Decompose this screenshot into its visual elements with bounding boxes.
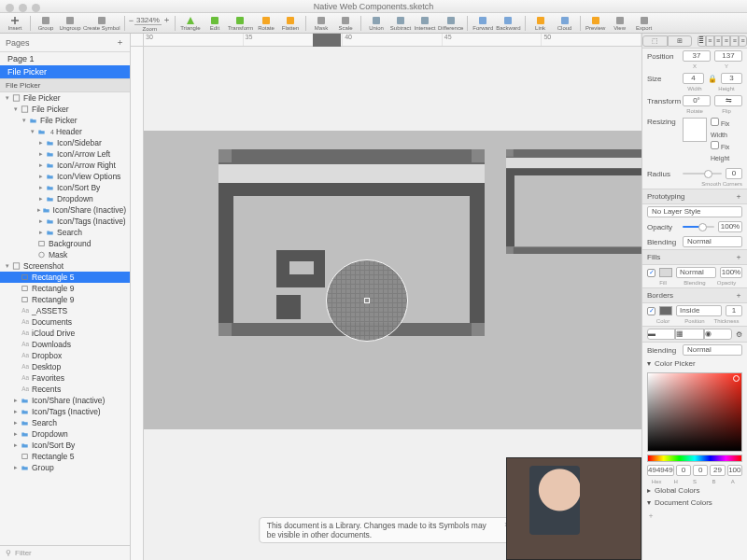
toolbar-create-symbol[interactable]: Create Symbol bbox=[83, 14, 120, 33]
resizing-widget[interactable] bbox=[683, 118, 707, 142]
dropdown-layer-style[interactable]: No Layer Style bbox=[647, 206, 742, 217]
layer-row[interactable]: Rectangle 9 bbox=[0, 283, 130, 294]
layer-row[interactable]: Rectangle 9 bbox=[0, 294, 130, 305]
toolbar-scale[interactable]: Scale bbox=[334, 14, 357, 33]
toolbar-view[interactable]: View bbox=[609, 14, 631, 33]
field-a[interactable]: 100 bbox=[727, 465, 742, 476]
field-radius[interactable]: 0 bbox=[726, 168, 742, 179]
field-x[interactable]: 37 bbox=[683, 50, 711, 62]
dropdown-fill-blend[interactable]: Normal bbox=[676, 267, 716, 278]
slider-opacity[interactable] bbox=[683, 226, 714, 228]
checkbox-fix-height[interactable] bbox=[711, 141, 719, 149]
layer-row[interactable]: ▸Icon/Tags (Inactive) bbox=[0, 406, 130, 417]
artwork-file-picker[interactable] bbox=[218, 149, 485, 336]
disclosure-icon[interactable]: ▸ bbox=[12, 430, 20, 438]
hue-slider[interactable] bbox=[647, 455, 742, 462]
layer-row[interactable]: ▾File Picker bbox=[0, 115, 130, 126]
checkbox-fill[interactable] bbox=[647, 269, 655, 277]
global-colors[interactable]: Global Colors bbox=[655, 486, 699, 495]
layer-row[interactable]: ▸Icon/View Options bbox=[0, 171, 130, 182]
disclosure-icon[interactable]: ▸ bbox=[37, 217, 45, 225]
toolbar-preview[interactable]: Preview bbox=[585, 14, 607, 33]
toolbar-intersect[interactable]: Intersect bbox=[414, 14, 436, 33]
field-opacity[interactable]: 100% bbox=[718, 221, 742, 232]
toolbar-export[interactable]: Export bbox=[633, 14, 655, 33]
section-borders[interactable]: Borders bbox=[647, 291, 673, 300]
toolbar-insert[interactable]: Insert bbox=[4, 14, 26, 33]
layer-row[interactable]: ▾4Header bbox=[0, 126, 130, 137]
border-swatch[interactable] bbox=[659, 306, 672, 315]
layer-row[interactable]: ▸Icon/Arrow Right bbox=[0, 160, 130, 171]
layer-row[interactable]: ▸Icon/Sort By bbox=[0, 182, 130, 193]
document-colors[interactable]: Document Colors bbox=[655, 498, 712, 507]
disclosure-icon[interactable]: ▸ bbox=[12, 397, 20, 404]
page-item[interactable]: File Picker bbox=[0, 65, 130, 78]
layer-row[interactable]: AaRecents bbox=[0, 384, 130, 395]
disclosure-icon[interactable]: ▾ bbox=[29, 128, 36, 135]
layer-row[interactable]: AaDesktop bbox=[0, 361, 130, 372]
filter-bar[interactable]: ⚲ Filter bbox=[0, 545, 130, 560]
color-picker-title[interactable]: Color Picker bbox=[655, 359, 696, 368]
toolbar-backward[interactable]: Backward bbox=[496, 14, 520, 33]
gear-icon[interactable]: ⚙ bbox=[736, 330, 742, 339]
add-icon[interactable]: ＋ bbox=[735, 191, 742, 202]
slider-radius[interactable] bbox=[683, 173, 722, 175]
toolbar-forward[interactable]: Forward bbox=[472, 14, 494, 33]
disclosure-icon[interactable]: ▸ bbox=[37, 173, 45, 180]
disclosure-icon[interactable]: ▾ bbox=[4, 262, 11, 270]
disclosure-icon[interactable]: ▸ bbox=[12, 408, 20, 415]
toolbar-triangle[interactable]: Triangle bbox=[179, 14, 202, 33]
layer-row[interactable]: ▾Screenshot bbox=[0, 260, 130, 272]
layer-row[interactable]: AaiCloud Drive bbox=[0, 328, 130, 339]
layer-row[interactable]: ▸Icon/Share (Inactive) bbox=[0, 395, 130, 406]
layer-row[interactable]: ▸Icon/Tags (Inactive) bbox=[0, 216, 130, 227]
toolbar-group[interactable]: Group bbox=[35, 14, 57, 33]
canvas[interactable]: 3035404550 bbox=[131, 34, 641, 560]
layer-row[interactable]: Rectangle 5 bbox=[0, 272, 130, 283]
field-flip[interactable]: ⇋ bbox=[714, 95, 742, 106]
toolbar-link[interactable]: Link bbox=[529, 14, 552, 33]
layer-row[interactable]: ▸Icon/Sort By bbox=[0, 440, 130, 451]
layer-row[interactable]: AaDocuments bbox=[0, 316, 130, 328]
toolbar-subtract[interactable]: Subtract bbox=[389, 14, 412, 33]
toolbar-difference[interactable]: Difference bbox=[438, 14, 463, 33]
page-item[interactable]: Page 1 bbox=[0, 52, 130, 65]
layer-row[interactable]: ▸Icon/Sidebar bbox=[0, 137, 130, 148]
add-swatch-icon[interactable]: ＋ bbox=[647, 511, 655, 521]
checkbox-border[interactable] bbox=[647, 307, 655, 315]
layer-row[interactable]: ▸Search bbox=[0, 417, 130, 428]
field-height[interactable]: 3 bbox=[721, 73, 742, 84]
dropdown-color-blend[interactable]: Normal bbox=[683, 344, 742, 356]
disclosure-icon[interactable]: ▸ bbox=[37, 139, 45, 147]
section-fills[interactable]: Fills bbox=[647, 253, 660, 261]
layer-row[interactable]: AaDropbox bbox=[0, 350, 130, 361]
disclosure-icon[interactable]: ▸ bbox=[12, 441, 20, 449]
layer-row[interactable]: ▸Icon/Arrow Left bbox=[0, 148, 130, 160]
field-b[interactable]: 29 bbox=[710, 465, 725, 476]
layer-row[interactable]: Mask bbox=[0, 249, 130, 260]
layer-row[interactable]: ▸Search bbox=[0, 227, 130, 238]
zoom-control[interactable]: −3324%＋Zoom bbox=[129, 14, 171, 33]
toolbar-ungroup[interactable]: Ungroup bbox=[59, 14, 81, 33]
toolbar-flatten[interactable]: Flatten bbox=[279, 14, 302, 33]
disclosure-icon[interactable]: ▾ bbox=[4, 94, 11, 102]
toolbar-cloud[interactable]: Cloud bbox=[554, 14, 576, 33]
inspector-tabs[interactable]: ⬚⊞ ≣≡≡≡≡≡ bbox=[642, 34, 747, 49]
toolbar-rotate[interactable]: Rotate bbox=[255, 14, 277, 33]
field-fill-opacity[interactable]: 100% bbox=[720, 267, 742, 278]
layer-row[interactable]: ▸Icon/Share (Inactive) bbox=[0, 204, 130, 216]
layer-row[interactable]: ▾File Picker bbox=[0, 104, 130, 115]
add-icon[interactable]: ＋ bbox=[735, 252, 742, 262]
field-hex[interactable]: 494949 bbox=[647, 465, 674, 476]
dropdown-blending[interactable]: Normal bbox=[683, 236, 742, 247]
field-rotate[interactable]: 0° bbox=[683, 95, 711, 106]
disclosure-icon[interactable]: ▸ bbox=[37, 229, 45, 236]
disclosure-icon[interactable]: ▸ bbox=[12, 464, 20, 471]
layer-row[interactable]: ▸Dropdown bbox=[0, 428, 130, 440]
disclosure-icon[interactable]: ▸ bbox=[37, 150, 45, 158]
add-page-icon[interactable]: ＋ bbox=[116, 36, 124, 49]
field-s[interactable]: 0 bbox=[693, 465, 708, 476]
add-icon[interactable]: ＋ bbox=[735, 290, 742, 301]
window-controls[interactable] bbox=[6, 4, 40, 12]
layer-row[interactable]: ▾File Picker bbox=[0, 92, 130, 104]
